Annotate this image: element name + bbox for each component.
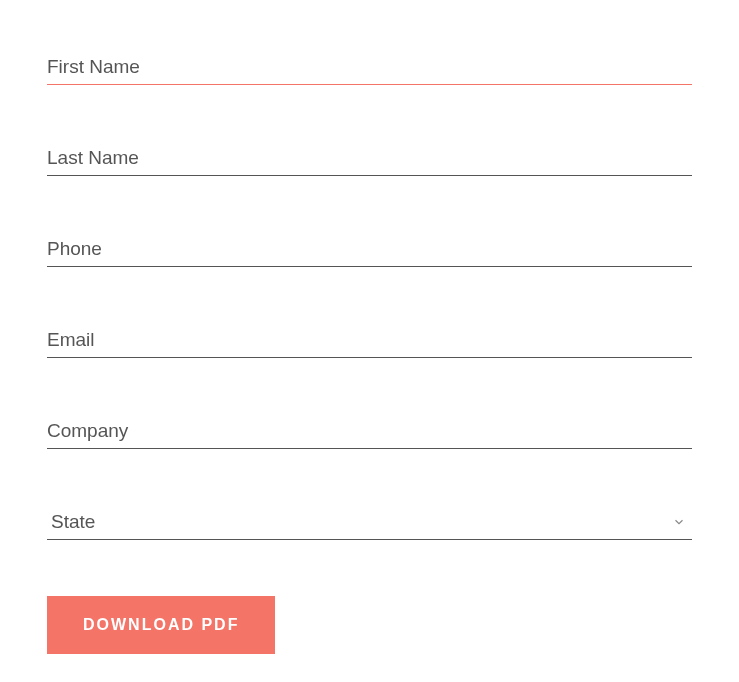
phone-input[interactable] xyxy=(47,232,692,267)
state-select[interactable]: State xyxy=(47,505,692,540)
state-select-label: State xyxy=(51,511,95,532)
phone-field-wrapper xyxy=(47,232,692,267)
download-pdf-button[interactable]: DOWNLOAD PDF xyxy=(47,596,275,654)
last-name-input[interactable] xyxy=(47,141,692,176)
download-form: State DOWNLOAD PDF xyxy=(47,50,692,654)
first-name-input[interactable] xyxy=(47,50,692,85)
email-field-wrapper xyxy=(47,323,692,358)
last-name-field-wrapper xyxy=(47,141,692,176)
chevron-down-icon xyxy=(672,515,686,529)
first-name-field-wrapper xyxy=(47,50,692,85)
email-input[interactable] xyxy=(47,323,692,358)
company-input[interactable] xyxy=(47,414,692,449)
company-field-wrapper xyxy=(47,414,692,449)
